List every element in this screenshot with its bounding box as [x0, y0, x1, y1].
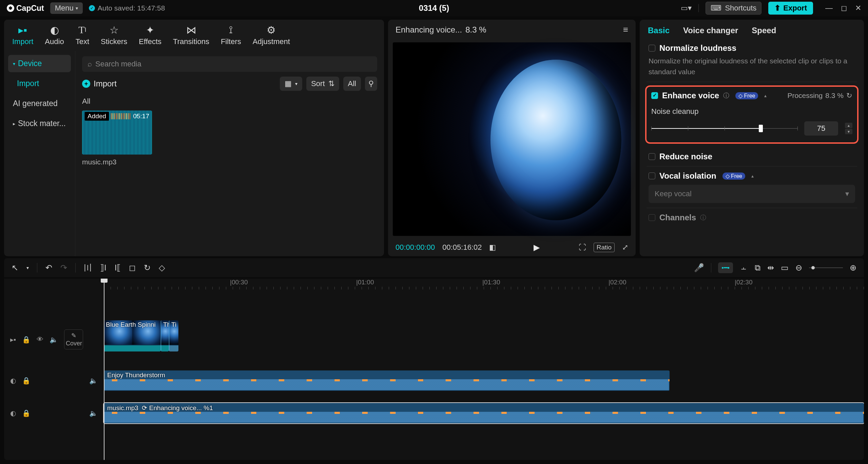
shortcuts-button[interactable]: ⌨ Shortcuts: [706, 2, 761, 15]
tab-text[interactable]: TIText: [76, 24, 89, 46]
video-clip-3[interactable]: Ti: [169, 320, 178, 351]
import-icon: ▸▪: [18, 24, 27, 35]
view-grid-button[interactable]: ▦▾: [280, 77, 302, 91]
media-item[interactable]: Added 05:17 music.mp3: [82, 110, 152, 166]
noise-cleanup-slider[interactable]: [651, 124, 797, 133]
mute-icon[interactable]: 🔈: [89, 409, 98, 417]
sort-button[interactable]: Sort ⇅: [306, 77, 339, 91]
reduce-noise-checkbox[interactable]: [649, 153, 655, 160]
filter-button[interactable]: ⚲: [365, 77, 377, 91]
tab-import[interactable]: ▸▪Import: [12, 24, 33, 46]
slider-thumb[interactable]: [759, 125, 763, 132]
info-icon[interactable]: ⓘ: [723, 92, 729, 100]
tab-stickers[interactable]: ☆Stickers: [101, 24, 127, 46]
tab-voice-changer[interactable]: Voice changer: [683, 26, 738, 35]
audio-clip-2[interactable]: music.mp3 ⟳ Enhancing voice... %1: [104, 403, 864, 423]
split-right-tool[interactable]: I⟦: [115, 263, 121, 273]
minimize-button[interactable]: —: [825, 4, 833, 13]
export-button[interactable]: ⬆ Export: [768, 2, 813, 15]
tab-transitions[interactable]: ⋈Transitions: [173, 24, 209, 46]
collapse-icon[interactable]: ▴: [764, 93, 767, 98]
playhead[interactable]: [104, 279, 104, 460]
filter-all-button[interactable]: All: [343, 77, 361, 91]
step-up[interactable]: ▲: [845, 123, 852, 128]
video-clip-1[interactable]: Blue Earth Spinni: [104, 320, 161, 351]
lock-icon[interactable]: 🔒: [22, 409, 31, 417]
magnet-button[interactable]: ⫠: [740, 263, 748, 273]
tool-dropdown[interactable]: ▾: [26, 265, 29, 270]
tab-audio[interactable]: ◐Audio: [45, 24, 64, 46]
redo-button[interactable]: ↷: [60, 263, 67, 273]
tab-filters[interactable]: ⟟Filters: [221, 24, 241, 46]
channels-checkbox[interactable]: [649, 214, 655, 221]
processing-percent: 8.3 %: [465, 25, 486, 35]
nav-stock[interactable]: ▸Stock mater...: [8, 115, 71, 132]
tab-effects[interactable]: ✦Effects: [139, 24, 161, 46]
normalize-desc: Normalize the original loudness of the s…: [649, 56, 855, 77]
compare-icon[interactable]: ▮▯: [489, 243, 495, 252]
timecode-current: 00:00:00:00: [396, 243, 435, 252]
vocal-checkbox[interactable]: [649, 173, 655, 179]
undo-button[interactable]: ↶: [45, 263, 52, 273]
refresh-icon[interactable]: ↻: [846, 92, 852, 100]
fullscreen-icon[interactable]: ⤢: [622, 243, 628, 252]
reverse-tool[interactable]: ↻: [144, 263, 151, 273]
video-track-lane[interactable]: Blue Earth Spinni Th Ti: [104, 320, 864, 360]
layout-icon[interactable]: ▭▾: [681, 4, 692, 13]
vocal-select[interactable]: Keep vocal ▾: [649, 185, 855, 203]
search-input[interactable]: ⌕ Search media: [82, 56, 377, 72]
all-header: All: [82, 97, 377, 106]
lock-icon[interactable]: 🔒: [22, 377, 31, 385]
timeline-ruler[interactable]: |00:30 |01:00 |01:30 |02:00 |02:30: [104, 279, 864, 291]
chevron-down-icon: ▾: [76, 5, 78, 11]
step-down[interactable]: ▼: [845, 129, 852, 134]
eye-icon[interactable]: 👁: [37, 336, 43, 343]
enhance-checkbox[interactable]: [651, 92, 658, 99]
split-tool[interactable]: 〣: [84, 262, 92, 273]
collapse-icon[interactable]: ▴: [751, 173, 754, 179]
link-button[interactable]: ⧉: [755, 263, 760, 273]
align-button[interactable]: ⇹: [767, 263, 774, 273]
cursor-tool[interactable]: ↖: [12, 263, 18, 273]
mic-button[interactable]: 🎤: [694, 263, 704, 273]
audio1-lane[interactable]: Enjoy Thunderstorm: [104, 370, 864, 391]
play-button[interactable]: ▶: [534, 243, 540, 252]
tab-basic[interactable]: Basic: [648, 26, 670, 35]
zoom-in-button[interactable]: ⊕: [850, 263, 856, 273]
close-button[interactable]: ✕: [855, 4, 861, 13]
preview-viewport[interactable]: [393, 42, 631, 236]
preview-menu-button[interactable]: ≡: [623, 24, 628, 35]
tab-speed[interactable]: Speed: [752, 26, 776, 35]
audio2-lane[interactable]: music.mp3 ⟳ Enhancing voice... %1: [104, 403, 864, 423]
video-clip-2[interactable]: Th: [161, 320, 169, 351]
zoom-slider[interactable]: [809, 267, 843, 268]
normalize-checkbox[interactable]: [649, 45, 655, 52]
media-body: ▾Device Import AI generated ▸Stock mater…: [4, 51, 384, 256]
noise-cleanup-value[interactable]: 75: [804, 121, 838, 136]
ratio-button[interactable]: Ratio: [594, 243, 615, 252]
magnet-main-button[interactable]: ▪━▪: [718, 262, 733, 273]
crop-tool[interactable]: ◻: [129, 263, 136, 273]
audio-clip-1[interactable]: Enjoy Thunderstorm: [104, 370, 670, 391]
nav-ai-generated[interactable]: AI generated: [8, 95, 71, 112]
nav-device[interactable]: ▾Device: [8, 55, 71, 72]
split-left-tool[interactable]: ⟧I: [100, 263, 107, 273]
preview-toggle[interactable]: ▭: [781, 263, 789, 273]
lock-icon[interactable]: 🔒: [22, 336, 31, 344]
mute-icon[interactable]: 🔈: [89, 377, 98, 385]
track-video-icon[interactable]: ▸▪: [10, 336, 16, 344]
maximize-button[interactable]: ◻: [841, 4, 847, 13]
scan-icon[interactable]: ⛶: [579, 243, 586, 252]
track-audio-icon[interactable]: ◐: [10, 377, 16, 385]
mask-tool[interactable]: ◇: [159, 263, 165, 273]
zoom-out-button[interactable]: ⊖: [795, 263, 802, 273]
cover-button[interactable]: ✎Cover: [64, 329, 83, 349]
mute-icon[interactable]: 🔈: [50, 336, 58, 344]
menu-button[interactable]: Menu ▾: [50, 2, 83, 14]
import-button[interactable]: + Import: [82, 79, 117, 88]
tab-adjustment[interactable]: ⚙Adjustment: [253, 24, 290, 46]
reduce-noise-block: Reduce noise: [647, 147, 857, 166]
track-audio-icon[interactable]: ◐: [10, 409, 16, 417]
info-icon[interactable]: ⓘ: [700, 214, 706, 222]
nav-import[interactable]: Import: [8, 75, 71, 92]
